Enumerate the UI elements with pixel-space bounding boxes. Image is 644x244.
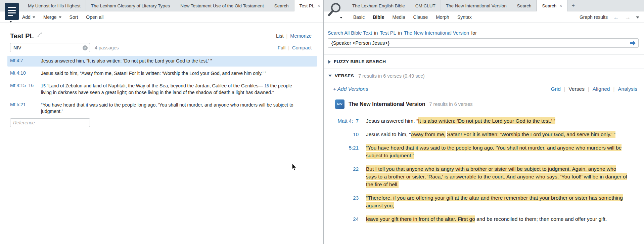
tab[interactable]: CM:CLUT: [410, 0, 441, 11]
search-panel: The Lexham English BibleCM:CLUTThe New I…: [324, 0, 644, 244]
search-menu-chevron-icon[interactable]: [340, 17, 342, 18]
toolbar-item-label: Open all: [86, 14, 103, 20]
search-query-input[interactable]: [331, 40, 627, 46]
passage-row[interactable]: Mt 4:7Jesus answered him, “It is also wr…: [7, 56, 317, 67]
verse-number: 16: [264, 84, 270, 88]
tab-label: Search: [542, 3, 556, 8]
scope-link[interactable]: Search All Bible Text: [328, 30, 372, 36]
results-view-verses[interactable]: Verses: [569, 86, 585, 92]
toolbar-item-label: Merge: [43, 14, 57, 20]
tab[interactable]: The Lexham English Bible: [347, 0, 410, 11]
toolbar-merge[interactable]: Merge: [43, 14, 61, 20]
text-segment: and be reconciled to them; then come and…: [475, 216, 607, 222]
tab[interactable]: Search: [512, 0, 537, 11]
result-text: But I tell you that anyone who is angry …: [366, 165, 628, 188]
close-tab-icon[interactable]: ×: [559, 3, 562, 8]
result-reference[interactable]: Matt 4: 7: [324, 117, 359, 125]
menu-bar-icon: [8, 15, 13, 16]
niv-resource-icon[interactable]: NIV: [335, 99, 344, 109]
search-kind-tabs: BasicBibleMediaClauseMorphSyntax: [349, 11, 476, 23]
version-filter-input[interactable]: [13, 45, 81, 50]
view-memorize[interactable]: Memorize: [290, 33, 312, 39]
tab[interactable]: The Lexham Glossary of Literary Types: [86, 0, 175, 11]
passage-list-toolbar: AddMergeSortOpen all: [0, 11, 323, 23]
run-search-icon[interactable]: [630, 41, 636, 46]
add-versions-link[interactable]: + Add Versions: [333, 86, 368, 92]
density-compact[interactable]: Compact: [292, 45, 312, 50]
result-reference[interactable]: 24: [324, 215, 359, 223]
scope-word: in: [398, 30, 402, 36]
scope-link[interactable]: The New International Version: [404, 30, 469, 36]
back-arrow-icon[interactable]: ←: [613, 14, 619, 20]
result-text: Jesus said to him, “Away from me, Satan!…: [366, 130, 628, 138]
search-kind-basic[interactable]: Basic: [349, 11, 369, 23]
search-kind-clause[interactable]: Clause: [409, 11, 432, 23]
search-kind-morph[interactable]: Morph: [432, 11, 453, 23]
resource-abbr: NIV: [337, 103, 342, 106]
verses-section-stats: 7 results in 6 verses (0.49 sec): [358, 73, 424, 79]
result-text: leave your gift there in front of the al…: [366, 215, 628, 223]
results-view-aligned[interactable]: Aligned: [593, 86, 610, 92]
text-segment: “Land of Zebulun and land of Naphtali, t…: [47, 83, 264, 88]
passage-reference[interactable]: Mt 5:21: [10, 102, 41, 115]
tab[interactable]: Test PL×: [294, 0, 323, 11]
fuzzy-section-header[interactable]: FUZZY BIBLE SEARCH: [324, 54, 644, 69]
search-kind-syntax[interactable]: Syntax: [453, 11, 476, 23]
passage-reference[interactable]: Mt 4:10: [10, 70, 41, 77]
result-reference[interactable]: 10: [324, 130, 359, 138]
tab-label: The Lexham Glossary of Literary Types: [91, 3, 170, 8]
resource-name[interactable]: The New International Version: [349, 101, 425, 107]
result-text: “Therefore, if you are offering your gif…: [366, 194, 628, 209]
highlighted-segment: “You have heard that it was said to the …: [366, 144, 622, 159]
search-kind-media[interactable]: Media: [388, 11, 409, 23]
verses-section-header[interactable]: VERSES 7 results in 6 verses (0.49 sec): [324, 69, 644, 83]
tab-label: The New International Version: [446, 3, 507, 8]
result-reference[interactable]: 22: [324, 165, 359, 188]
passage-reference[interactable]: Mt 4:15–16: [10, 83, 41, 96]
tab[interactable]: The New International Version: [441, 0, 512, 11]
highlighted-segment: Satan! For it is written: ‘Worship the L…: [447, 131, 615, 138]
tab[interactable]: Search: [269, 0, 294, 11]
passage-reference[interactable]: Mt 4:7: [10, 58, 41, 64]
expand-window-icon[interactable]: [37, 32, 42, 37]
scope-word: in: [374, 30, 378, 36]
search-results: Matt 4: 7Jesus answered him, “It is also…: [324, 117, 628, 229]
search-scope-line: Search All Bible TextinTest PLinThe New …: [328, 30, 639, 36]
toolbar-chevron-icon[interactable]: [636, 16, 639, 18]
panel-menu-chevron-icon[interactable]: [9, 21, 12, 23]
scope-link[interactable]: Test PL: [380, 30, 396, 36]
results-view-analysis[interactable]: Analysis: [618, 86, 637, 92]
left-tabs: My Utmost for His HighestThe Lexham Glos…: [23, 0, 323, 11]
passage-row[interactable]: Mt 4:15–1615 “Land of Zebulun and land o…: [7, 81, 317, 98]
toolbar-add[interactable]: Add: [22, 14, 35, 20]
result-reference[interactable]: 23: [324, 194, 359, 209]
text-segment: “You have heard that it was said to the …: [41, 102, 293, 114]
result-text: “You have heard that it was said to the …: [366, 144, 628, 159]
passage-list-panel: My Utmost for His HighestThe Lexham Glos…: [0, 0, 323, 244]
view-list[interactable]: List: [276, 33, 284, 39]
new-tab-button[interactable]: +: [567, 0, 579, 11]
tab[interactable]: My Utmost for His Highest: [23, 0, 86, 11]
panel-menu-button[interactable]: [5, 3, 19, 20]
toolbar-sort[interactable]: Sort: [70, 14, 78, 20]
passage-text: 15 “Land of Zebulun and land of Naphtali…: [41, 83, 314, 96]
density-full[interactable]: Full: [278, 45, 285, 50]
search-kind-bible[interactable]: Bible: [369, 11, 388, 23]
tab[interactable]: Search×: [537, 0, 567, 11]
forward-arrow-icon[interactable]: →: [625, 14, 631, 20]
menu-bar-icon: [8, 10, 16, 11]
close-tab-icon[interactable]: ×: [318, 3, 320, 8]
passage-row[interactable]: Mt 4:10Jesus said to him, “Away from me,…: [7, 68, 317, 79]
results-view-toggle: Grid|Verses|Aligned|Analysis: [551, 86, 637, 92]
passage-row[interactable]: Mt 5:21“You have heard that it was said …: [7, 100, 317, 117]
result-reference[interactable]: 5:21: [324, 144, 359, 159]
graph-results-button[interactable]: Graph results: [580, 14, 608, 20]
toolbar-open-all[interactable]: Open all: [86, 14, 103, 20]
reference-input[interactable]: [10, 118, 90, 127]
tab-label: Search: [517, 3, 532, 8]
versions-row: + Add Versions Grid|Verses|Aligned|Analy…: [333, 86, 637, 92]
clear-filter-icon[interactable]: ×: [83, 45, 88, 50]
tab[interactable]: New Testament Use of the Old Testament: [175, 0, 269, 11]
search-query-box: [328, 38, 639, 48]
results-view-grid[interactable]: Grid: [551, 86, 561, 92]
